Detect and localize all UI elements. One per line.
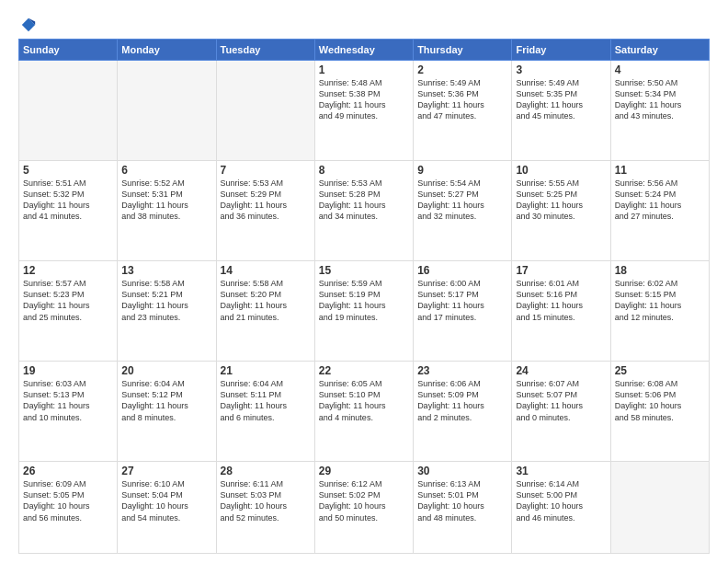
day-info: Sunrise: 6:12 AM Sunset: 5:02 PM Dayligh… bbox=[319, 478, 409, 523]
day-number: 28 bbox=[221, 465, 311, 477]
calendar-cell: 8Sunrise: 5:53 AM Sunset: 5:28 PM Daylig… bbox=[314, 161, 413, 261]
calendar-cell: 20Sunrise: 6:04 AM Sunset: 5:12 PM Dayli… bbox=[118, 362, 216, 462]
calendar-cell: 19Sunrise: 6:03 AM Sunset: 5:13 PM Dayli… bbox=[19, 362, 118, 462]
day-number: 5 bbox=[23, 164, 113, 177]
calendar-cell: 5Sunrise: 5:51 AM Sunset: 5:32 PM Daylig… bbox=[19, 161, 118, 261]
weekday-header-saturday: Saturday bbox=[610, 40, 709, 61]
day-number: 9 bbox=[417, 164, 507, 177]
day-number: 7 bbox=[221, 164, 311, 177]
weekday-header-monday: Monday bbox=[118, 40, 216, 61]
day-number: 10 bbox=[516, 164, 606, 177]
calendar-cell: 22Sunrise: 6:05 AM Sunset: 5:10 PM Dayli… bbox=[314, 362, 413, 462]
day-number: 25 bbox=[615, 364, 705, 377]
day-number: 19 bbox=[23, 364, 113, 377]
calendar-cell: 14Sunrise: 5:58 AM Sunset: 5:20 PM Dayli… bbox=[216, 261, 314, 362]
day-info: Sunrise: 5:57 AM Sunset: 5:23 PM Dayligh… bbox=[23, 278, 113, 323]
calendar-cell: 26Sunrise: 6:09 AM Sunset: 5:05 PM Dayli… bbox=[19, 462, 118, 554]
day-info: Sunrise: 6:03 AM Sunset: 5:13 PM Dayligh… bbox=[23, 378, 113, 423]
day-number: 20 bbox=[121, 364, 211, 377]
weekday-header-row: SundayMondayTuesdayWednesdayThursdayFrid… bbox=[19, 40, 710, 61]
day-number: 11 bbox=[615, 164, 705, 177]
day-info: Sunrise: 6:07 AM Sunset: 5:07 PM Dayligh… bbox=[516, 378, 606, 423]
calendar-cell: 24Sunrise: 6:07 AM Sunset: 5:07 PM Dayli… bbox=[512, 362, 610, 462]
calendar-cell bbox=[19, 61, 118, 161]
weekday-header-tuesday: Tuesday bbox=[216, 40, 314, 61]
calendar-cell: 12Sunrise: 5:57 AM Sunset: 5:23 PM Dayli… bbox=[19, 261, 118, 362]
calendar-cell: 15Sunrise: 5:59 AM Sunset: 5:19 PM Dayli… bbox=[314, 261, 413, 362]
day-info: Sunrise: 6:02 AM Sunset: 5:15 PM Dayligh… bbox=[615, 278, 705, 323]
day-number: 17 bbox=[516, 264, 606, 277]
day-number: 12 bbox=[23, 264, 113, 277]
day-info: Sunrise: 6:04 AM Sunset: 5:11 PM Dayligh… bbox=[221, 378, 311, 423]
calendar-cell: 13Sunrise: 5:58 AM Sunset: 5:21 PM Dayli… bbox=[118, 261, 216, 362]
calendar-cell: 11Sunrise: 5:56 AM Sunset: 5:24 PM Dayli… bbox=[610, 161, 709, 261]
day-number: 3 bbox=[516, 63, 606, 76]
day-number: 6 bbox=[121, 164, 211, 177]
day-info: Sunrise: 5:59 AM Sunset: 5:19 PM Dayligh… bbox=[319, 278, 409, 323]
day-info: Sunrise: 5:54 AM Sunset: 5:27 PM Dayligh… bbox=[417, 178, 507, 223]
day-info: Sunrise: 6:04 AM Sunset: 5:12 PM Dayligh… bbox=[121, 378, 211, 423]
day-number: 14 bbox=[221, 264, 311, 277]
day-number: 27 bbox=[121, 465, 211, 477]
calendar-week-row: 5Sunrise: 5:51 AM Sunset: 5:32 PM Daylig… bbox=[19, 161, 710, 261]
day-info: Sunrise: 5:58 AM Sunset: 5:21 PM Dayligh… bbox=[121, 278, 211, 323]
day-number: 23 bbox=[417, 364, 507, 377]
day-info: Sunrise: 5:55 AM Sunset: 5:25 PM Dayligh… bbox=[516, 178, 606, 223]
day-number: 2 bbox=[417, 63, 507, 76]
day-number: 22 bbox=[319, 364, 409, 377]
day-info: Sunrise: 6:06 AM Sunset: 5:09 PM Dayligh… bbox=[417, 378, 507, 423]
calendar-week-row: 26Sunrise: 6:09 AM Sunset: 5:05 PM Dayli… bbox=[19, 462, 710, 554]
calendar-cell: 29Sunrise: 6:12 AM Sunset: 5:02 PM Dayli… bbox=[314, 462, 413, 554]
calendar-cell: 17Sunrise: 6:01 AM Sunset: 5:16 PM Dayli… bbox=[512, 261, 610, 362]
calendar-cell: 4Sunrise: 5:50 AM Sunset: 5:34 PM Daylig… bbox=[610, 61, 709, 161]
day-number: 26 bbox=[23, 465, 113, 477]
calendar-cell: 10Sunrise: 5:55 AM Sunset: 5:25 PM Dayli… bbox=[512, 161, 610, 261]
day-info: Sunrise: 5:53 AM Sunset: 5:28 PM Dayligh… bbox=[319, 178, 409, 223]
day-number: 13 bbox=[121, 264, 211, 277]
day-number: 16 bbox=[417, 264, 507, 277]
day-info: Sunrise: 5:50 AM Sunset: 5:34 PM Dayligh… bbox=[615, 77, 705, 122]
day-info: Sunrise: 6:01 AM Sunset: 5:16 PM Dayligh… bbox=[516, 278, 606, 323]
day-info: Sunrise: 5:58 AM Sunset: 5:20 PM Dayligh… bbox=[221, 278, 311, 323]
calendar-cell: 6Sunrise: 5:52 AM Sunset: 5:31 PM Daylig… bbox=[118, 161, 216, 261]
calendar-cell: 31Sunrise: 6:14 AM Sunset: 5:00 PM Dayli… bbox=[512, 462, 610, 554]
calendar-table: SundayMondayTuesdayWednesdayThursdayFrid… bbox=[18, 39, 710, 554]
calendar-week-row: 12Sunrise: 5:57 AM Sunset: 5:23 PM Dayli… bbox=[19, 261, 710, 362]
day-info: Sunrise: 6:09 AM Sunset: 5:05 PM Dayligh… bbox=[23, 478, 113, 523]
calendar-cell: 21Sunrise: 6:04 AM Sunset: 5:11 PM Dayli… bbox=[216, 362, 314, 462]
day-info: Sunrise: 6:11 AM Sunset: 5:03 PM Dayligh… bbox=[221, 478, 311, 523]
calendar-week-row: 1Sunrise: 5:48 AM Sunset: 5:38 PM Daylig… bbox=[19, 61, 710, 161]
day-info: Sunrise: 6:05 AM Sunset: 5:10 PM Dayligh… bbox=[319, 378, 409, 423]
day-info: Sunrise: 6:13 AM Sunset: 5:01 PM Dayligh… bbox=[417, 478, 507, 523]
day-info: Sunrise: 6:08 AM Sunset: 5:06 PM Dayligh… bbox=[615, 378, 705, 423]
calendar-cell: 23Sunrise: 6:06 AM Sunset: 5:09 PM Dayli… bbox=[414, 362, 512, 462]
calendar-cell: 9Sunrise: 5:54 AM Sunset: 5:27 PM Daylig… bbox=[414, 161, 512, 261]
calendar-cell: 25Sunrise: 6:08 AM Sunset: 5:06 PM Dayli… bbox=[610, 362, 709, 462]
day-number: 30 bbox=[417, 465, 507, 477]
weekday-header-wednesday: Wednesday bbox=[314, 40, 413, 61]
logo bbox=[18, 17, 37, 29]
day-number: 4 bbox=[615, 63, 705, 76]
page: SundayMondayTuesdayWednesdayThursdayFrid… bbox=[0, 0, 728, 563]
calendar-cell: 1Sunrise: 5:48 AM Sunset: 5:38 PM Daylig… bbox=[314, 61, 413, 161]
calendar-cell bbox=[118, 61, 216, 161]
calendar-cell: 7Sunrise: 5:53 AM Sunset: 5:29 PM Daylig… bbox=[216, 161, 314, 261]
header bbox=[18, 17, 710, 29]
weekday-header-friday: Friday bbox=[512, 40, 610, 61]
weekday-header-sunday: Sunday bbox=[19, 40, 118, 61]
calendar-cell: 27Sunrise: 6:10 AM Sunset: 5:04 PM Dayli… bbox=[118, 462, 216, 554]
svg-marker-0 bbox=[22, 18, 35, 31]
day-number: 29 bbox=[319, 465, 409, 477]
calendar-cell bbox=[610, 462, 709, 554]
calendar-week-row: 19Sunrise: 6:03 AM Sunset: 5:13 PM Dayli… bbox=[19, 362, 710, 462]
day-number: 15 bbox=[319, 264, 409, 277]
day-info: Sunrise: 5:48 AM Sunset: 5:38 PM Dayligh… bbox=[319, 77, 409, 122]
day-number: 24 bbox=[516, 364, 606, 377]
day-number: 8 bbox=[319, 164, 409, 177]
calendar-cell: 2Sunrise: 5:49 AM Sunset: 5:36 PM Daylig… bbox=[414, 61, 512, 161]
day-number: 1 bbox=[319, 63, 409, 76]
day-info: Sunrise: 6:10 AM Sunset: 5:04 PM Dayligh… bbox=[121, 478, 211, 523]
logo-icon bbox=[20, 17, 37, 33]
day-info: Sunrise: 5:52 AM Sunset: 5:31 PM Dayligh… bbox=[121, 178, 211, 223]
calendar-cell: 28Sunrise: 6:11 AM Sunset: 5:03 PM Dayli… bbox=[216, 462, 314, 554]
